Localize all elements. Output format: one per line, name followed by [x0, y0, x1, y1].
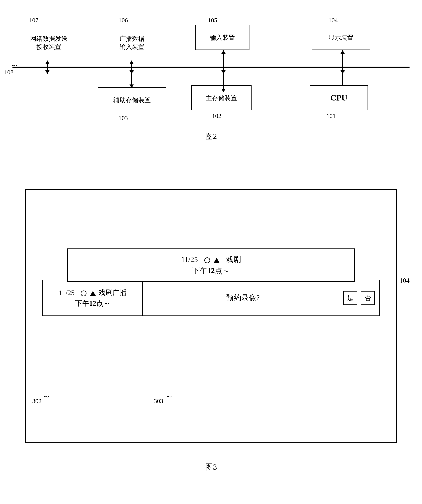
connector-106-down — [129, 68, 134, 88]
box-105: 输入装置 — [195, 25, 249, 50]
ref-label-108: 108 — [4, 69, 13, 76]
epg-record-prompt-text: 预约录像? — [226, 293, 260, 303]
ref-303: 303 — [154, 397, 163, 405]
triangle-icon2 — [90, 291, 96, 296]
ref-101: 101 — [326, 112, 336, 120]
figure3-caption: 图3 — [0, 462, 422, 472]
box-102-label: 主存储装置 — [206, 94, 237, 102]
box-101: CPU — [310, 85, 368, 110]
box-107-label: 网络数据发送接收装置 — [30, 35, 68, 51]
epg-bottom-line1: 11/25 戏剧广播 — [59, 287, 127, 298]
box-104: 显示装置 — [312, 25, 370, 50]
ref-302: 302 — [32, 397, 41, 405]
ref-106: 106 — [118, 17, 128, 24]
box-107: 网络数据发送接收装置 — [17, 25, 81, 60]
yes-label: 是 — [347, 293, 354, 303]
figure2-caption: 图2 — [0, 131, 422, 142]
box-106: 广播数据输入装置 — [102, 25, 162, 60]
epg-row-bottom: 11/25 戏剧广播 下午12点～ 预约录像? 是 — [42, 280, 380, 316]
ref-103: 103 — [118, 114, 128, 121]
epg-top-time: 下午12点～ — [181, 265, 241, 276]
wave-302: 〜 — [44, 393, 49, 401]
bus-line — [12, 66, 410, 68]
box-101-label: CPU — [330, 92, 347, 103]
connector-107 — [45, 60, 49, 74]
epg-bottom-date: 11/25 — [59, 289, 75, 297]
epg-bottom-left-content: 11/25 戏剧广播 下午12点～ — [59, 287, 127, 309]
circle-icon — [204, 258, 210, 263]
epg-bottom-time: 下午12点～ — [59, 298, 127, 309]
box-105-label: 输入装置 — [210, 34, 235, 42]
ref-102: 102 — [212, 112, 221, 120]
ref-104-fig3: 104 — [399, 277, 410, 284]
display-device-104: 11/25 戏剧 下午12点～ 11/25 — [25, 189, 397, 443]
epg-bottom-title: 戏剧广播 — [98, 289, 127, 297]
ref-105: 105 — [208, 17, 217, 24]
ref-104: 104 — [328, 17, 338, 24]
epg-row-top-301: 11/25 戏剧 下午12点～ — [67, 248, 355, 282]
figure2: 〜 108 网络数据发送接收装置 107 广播数据输入装置 106 辅助存储装置… — [0, 8, 422, 150]
epg-top-date: 11/25 — [181, 255, 198, 264]
box-106-label: 广播数据输入装置 — [120, 35, 145, 51]
figure3: 11/25 戏剧 下午12点～ 11/25 — [0, 173, 422, 485]
yes-button[interactable]: 是 — [343, 291, 357, 305]
figure2-caption-text: 图2 — [205, 132, 217, 141]
triangle-icon — [214, 258, 220, 263]
box-104-label: 显示装置 — [328, 34, 353, 42]
wave-303: 〜 — [166, 393, 172, 401]
no-label: 否 — [364, 293, 371, 303]
box-103: 辅助存储装置 — [98, 87, 166, 112]
ref-107: 107 — [29, 17, 38, 24]
epg-yn-buttons: 是 否 — [343, 280, 379, 315]
circle-icon2 — [81, 290, 87, 296]
epg-top-title: 戏剧 — [226, 255, 241, 264]
connector-102-down — [221, 68, 226, 92]
figure3-caption-text: 图3 — [205, 462, 217, 471]
epg-top-line1: 11/25 戏剧 — [181, 254, 241, 265]
epg-bottom-left-302: 11/25 戏剧广播 下午12点～ — [43, 280, 143, 315]
epg-record-prompt-303: 预约录像? — [143, 280, 343, 315]
no-button[interactable]: 否 — [361, 291, 375, 305]
epg-top-content: 11/25 戏剧 下午12点～ — [181, 254, 241, 276]
box-103-label: 辅助存储装置 — [113, 96, 151, 104]
